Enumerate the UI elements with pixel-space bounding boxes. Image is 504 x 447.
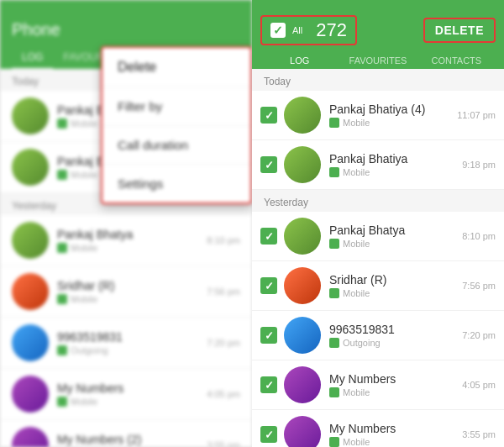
avatar (12, 222, 49, 259)
call-sub: Mobile (343, 118, 370, 128)
right-panel: ✓ All 272 DELETE LOG FAVOURITES CONTACTS… (252, 0, 504, 447)
call-info: My Numbers Mobile (329, 372, 462, 397)
contact-name: Sridhar (R) (329, 273, 462, 287)
dropdown-settings[interactable]: Settings (102, 165, 250, 202)
checkmark-icon: ✓ (273, 24, 283, 36)
checkmark-icon: ✓ (265, 429, 274, 441)
call-meta: Mobile (57, 397, 207, 407)
call-sub: Mobile (343, 387, 370, 397)
call-type-icon (57, 345, 67, 355)
contact-name: Pankaj Bhatiya (329, 152, 462, 166)
item-checkbox[interactable]: ✓ (260, 156, 277, 173)
call-type-icon (329, 239, 339, 249)
call-sub: Outgoing (71, 345, 108, 355)
select-all-label: All (292, 25, 302, 35)
call-sub: Outgoing (343, 338, 381, 348)
call-meta: Mobile (57, 243, 207, 253)
list-item[interactable]: ✓ 9963519831 Outgoing 7:20 pm (252, 311, 504, 360)
dropdown-filter-by[interactable]: Filter by (102, 87, 250, 126)
avatar (284, 218, 321, 255)
left-tab-log[interactable]: LOG (12, 46, 53, 70)
list-item[interactable]: ✓ Pankaj Bhatya Mobile 8:10 pm (252, 212, 504, 261)
call-time: 11:07 pm (457, 110, 496, 120)
avatar (284, 317, 321, 354)
call-sub: Mobile (343, 239, 370, 249)
dropdown-delete[interactable]: Delete (102, 48, 250, 87)
avatar (12, 149, 49, 186)
checkmark-icon: ✓ (265, 329, 274, 342)
call-meta: Mobile (329, 288, 462, 298)
call-meta: Mobile (57, 294, 207, 304)
contact-name: Pankaj Bhatiya (4) (329, 103, 457, 116)
avatar (12, 97, 49, 134)
call-time: 7:56 pm (462, 281, 496, 291)
list-item[interactable]: ✓ My Numbers Mobile 4:05 pm (252, 360, 504, 410)
avatar (12, 273, 49, 310)
call-sub: Mobile (343, 288, 370, 298)
avatar (284, 366, 321, 403)
select-all-checkbox[interactable]: ✓ (270, 23, 286, 38)
delete-button[interactable]: DELETE (423, 18, 496, 43)
call-sub: Mobile (71, 118, 97, 129)
call-time: 8:10 pm (207, 235, 240, 245)
call-sub: Mobile (343, 437, 370, 447)
list-item[interactable]: 9963519831 Outgoing 7:20 pm (0, 318, 252, 369)
avatar (12, 324, 49, 361)
item-checkbox[interactable]: ✓ (260, 327, 277, 344)
dropdown-call-duration[interactable]: Call duration (102, 126, 250, 165)
call-time: 8:10 pm (462, 231, 496, 241)
call-time: 4:05 pm (207, 389, 240, 399)
list-item[interactable]: Pankaj Bhatya Mobile 8:10 pm (0, 215, 252, 266)
list-item[interactable]: Sridhar (R) Mobile 7:56 pm (0, 266, 252, 318)
right-tab-contacts[interactable]: CONTACTS (417, 52, 496, 71)
right-header-top: ✓ All 272 DELETE (260, 15, 496, 45)
item-checkbox[interactable]: ✓ (260, 228, 277, 245)
call-meta: Outgoing (329, 338, 462, 348)
call-type-icon (57, 397, 67, 407)
call-type-icon (57, 170, 67, 180)
call-time: 3:55 pm (462, 429, 496, 439)
select-all-area[interactable]: ✓ All 272 (260, 15, 357, 45)
call-info: My Numbers Mobile (329, 422, 462, 447)
call-time: 4:05 pm (462, 380, 496, 390)
dropdown-menu: Delete Filter by Call duration Settings (101, 46, 252, 204)
call-info: Pankaj Bhatya Mobile (57, 228, 207, 253)
call-time: 9:18 pm (462, 160, 496, 170)
list-item[interactable]: My Numbers (2) Mobile 3:55 pm (0, 420, 252, 447)
right-tabs: LOG FAVOURITES CONTACTS (260, 52, 496, 71)
avatar (284, 267, 321, 304)
list-item[interactable]: ✓ Pankaj Bhatiya (4) Mobile 11:07 pm (252, 91, 504, 140)
contact-name: My Numbers (329, 372, 462, 386)
call-meta: Mobile (329, 239, 462, 249)
call-type-icon (329, 387, 339, 397)
avatar (284, 146, 321, 183)
call-meta: Mobile (329, 437, 462, 447)
call-type-icon (329, 167, 339, 177)
call-info: Pankaj Bhatya Mobile (329, 224, 462, 249)
call-sub: Mobile (71, 170, 97, 180)
call-info: 9963519831 Outgoing (57, 330, 207, 355)
call-type-icon (329, 338, 339, 348)
right-tab-log[interactable]: LOG (260, 52, 339, 71)
right-content: Today ✓ Pankaj Bhatiya (4) Mobile 11:07 … (252, 69, 504, 447)
call-type-icon (329, 437, 339, 447)
list-item[interactable]: ✓ Pankaj Bhatiya Mobile 9:18 pm (252, 140, 504, 190)
avatar (12, 427, 49, 447)
contact-name: Sridhar (R) (57, 279, 207, 292)
item-checkbox[interactable]: ✓ (260, 277, 277, 294)
call-info: Sridhar (R) Mobile (329, 273, 462, 298)
call-time: 7:20 pm (207, 338, 240, 348)
right-tab-favourites[interactable]: FAVOURITES (339, 52, 417, 71)
list-item[interactable]: ✓ Sridhar (R) Mobile 7:56 pm (252, 261, 504, 311)
item-checkbox[interactable]: ✓ (260, 107, 277, 124)
call-type-icon (57, 294, 67, 304)
checkmark-icon: ✓ (265, 379, 274, 392)
item-checkbox[interactable]: ✓ (260, 376, 277, 393)
right-header: ✓ All 272 DELETE LOG FAVOURITES CONTACTS (252, 0, 504, 69)
list-item[interactable]: ✓ My Numbers Mobile 3:55 pm (252, 410, 504, 447)
left-panel: Phone LOG FAVOURITES CONTACTS Today Pank… (0, 0, 252, 447)
call-type-icon (57, 118, 67, 129)
item-checkbox[interactable]: ✓ (260, 426, 277, 443)
list-item[interactable]: My Numbers Mobile 4:05 pm (0, 369, 252, 420)
call-time: 7:56 pm (207, 287, 240, 297)
